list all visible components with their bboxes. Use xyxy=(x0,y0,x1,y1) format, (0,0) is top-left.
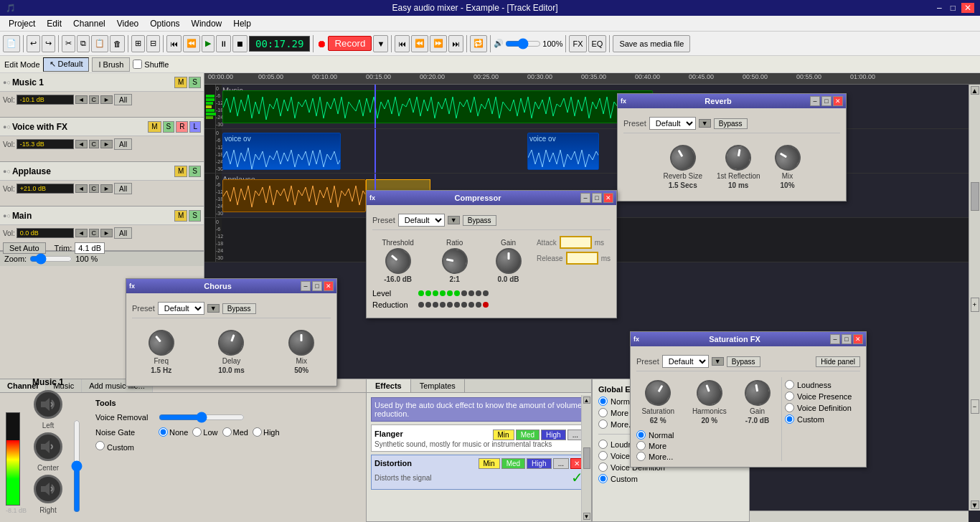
track3-all[interactable]: All xyxy=(114,183,132,194)
distortion-min-btn[interactable]: Min xyxy=(479,458,500,469)
sat-bypass[interactable]: Bypass xyxy=(727,356,760,367)
play-button[interactable]: ▶ xyxy=(202,35,215,52)
eq-button[interactable]: EQ xyxy=(588,35,607,52)
reverb-mix-knob[interactable] xyxy=(770,140,805,175)
reverb-bypass[interactable]: Bypass xyxy=(714,118,748,129)
global-voice-def-radio[interactable] xyxy=(598,462,608,472)
track4-pan-left[interactable]: ◄ xyxy=(75,229,88,237)
reverb-size-knob[interactable] xyxy=(665,140,700,175)
sat-more2-radio[interactable] xyxy=(636,452,646,461)
global-more2-radio[interactable] xyxy=(598,419,608,429)
reverb-preset-select[interactable]: Default xyxy=(649,117,696,130)
track2-pan-center[interactable]: C xyxy=(89,140,100,148)
chorus-preset-menu[interactable]: ▼ xyxy=(207,304,220,313)
scroll-down-arrow[interactable]: ▼ xyxy=(971,500,979,509)
comp-ratio-knob[interactable] xyxy=(440,246,470,276)
track4-expand[interactable]: ●○ xyxy=(3,212,11,219)
track4-solo[interactable]: S xyxy=(189,210,201,222)
noise-gate-none-radio[interactable] xyxy=(159,427,168,437)
chorus-bypass[interactable]: Bypass xyxy=(222,303,256,314)
rewind-start-button[interactable]: ⏮ xyxy=(166,35,182,52)
sat-minimize[interactable]: – xyxy=(830,334,840,344)
chorus-titlebar[interactable]: fx Chorus – □ ✕ xyxy=(126,279,336,293)
new-button[interactable]: 📄 xyxy=(3,35,20,52)
set-auto-button[interactable]: Set Auto xyxy=(3,242,46,254)
reverb-minimize[interactable]: – xyxy=(810,96,820,106)
comp-threshold-knob[interactable] xyxy=(380,243,416,280)
track2-all[interactable]: All xyxy=(114,138,132,150)
comp-attack-input[interactable]: 6.3 xyxy=(560,236,592,249)
undo-button[interactable]: ↩ xyxy=(27,35,40,52)
distortion-high-btn[interactable]: High xyxy=(527,458,552,469)
chorus-delay-knob[interactable] xyxy=(215,326,248,359)
noise-gate-med-radio[interactable] xyxy=(222,427,232,437)
fx-tab-effects[interactable]: Effects xyxy=(367,379,411,392)
track2-pan-left[interactable]: ◄ xyxy=(75,140,88,148)
scroll-zoom-minus[interactable]: − xyxy=(971,399,979,414)
track2-mute[interactable]: M xyxy=(148,121,161,133)
chorus-maximize[interactable]: □ xyxy=(312,281,322,291)
redo-button[interactable]: ↪ xyxy=(42,35,55,52)
sat-custom-radio[interactable] xyxy=(785,414,794,424)
global-more1-radio[interactable] xyxy=(598,408,608,417)
track3-expand[interactable]: ●○ xyxy=(3,168,11,175)
global-voice-pres-radio[interactable] xyxy=(598,451,608,460)
track2-r[interactable]: R xyxy=(176,121,188,133)
comp-gain-knob[interactable] xyxy=(496,248,522,274)
distortion-med-btn[interactable]: Med xyxy=(501,458,525,469)
menu-item-options[interactable]: Options xyxy=(144,17,185,30)
scroll-zoom-plus[interactable]: + xyxy=(971,298,979,312)
flanger-high-btn[interactable]: High xyxy=(541,430,566,440)
track2-l[interactable]: L xyxy=(189,121,201,133)
track4-pan-right[interactable]: ► xyxy=(100,229,113,237)
fx-tab-templates[interactable]: Templates xyxy=(411,379,465,392)
compressor-maximize[interactable]: □ xyxy=(592,193,602,203)
track3-waveform[interactable] xyxy=(222,179,366,212)
chorus-mix-knob[interactable] xyxy=(288,330,314,356)
flanger-min-btn[interactable]: Min xyxy=(493,430,514,440)
global-custom-radio[interactable] xyxy=(598,474,608,483)
sat-harmonics-knob[interactable] xyxy=(693,376,726,409)
track1-all[interactable]: All xyxy=(114,94,132,105)
menu-item-channel[interactable]: Channel xyxy=(67,17,111,30)
comp-preset-menu[interactable]: ▼ xyxy=(448,216,460,224)
distortion-more-btn[interactable]: ... xyxy=(553,458,569,469)
track2-expand[interactable]: ●○ xyxy=(3,123,11,130)
default-tool-button[interactable]: ↖ Default xyxy=(43,57,90,72)
track3-pan-left[interactable]: ◄ xyxy=(75,184,88,193)
delete-button[interactable]: 🗑 xyxy=(110,35,125,52)
track1-pan-center[interactable]: C xyxy=(89,95,100,104)
compressor-close[interactable]: ✕ xyxy=(603,193,613,203)
paste-button[interactable]: 📋 xyxy=(91,35,108,52)
fx-scroll-down[interactable]: ▼ xyxy=(583,513,590,520)
chorus-close[interactable]: ✕ xyxy=(324,281,334,291)
track1-pan-left[interactable]: ◄ xyxy=(75,95,88,104)
reverb-preset-menu[interactable]: ▼ xyxy=(699,119,711,128)
track2-waveform1[interactable]: voice ov xyxy=(222,133,341,170)
scroll-thumb-v[interactable] xyxy=(971,182,979,211)
next-track-button[interactable]: ⏭ xyxy=(448,35,463,52)
sat-more-radio[interactable] xyxy=(636,441,646,450)
chorus-freq-knob[interactable] xyxy=(143,325,179,361)
zoom-in-button[interactable]: ⊞ xyxy=(131,35,145,52)
voice-removal-slider[interactable] xyxy=(159,412,245,423)
reverb-reflection-knob[interactable] xyxy=(723,143,753,173)
pause-button[interactable]: ⏸ xyxy=(216,35,231,52)
cut-button[interactable]: ✂ xyxy=(62,35,75,52)
track4-pan-center[interactable]: C xyxy=(89,229,100,237)
prev-button[interactable]: ⏪ xyxy=(183,35,200,52)
fx-scroll-thumb[interactable] xyxy=(583,447,590,469)
compressor-minimize[interactable]: – xyxy=(580,193,590,203)
zoom-out-button[interactable]: ⊟ xyxy=(146,35,160,52)
track3-mute[interactable]: M xyxy=(174,166,187,177)
sat-voice-presence-radio[interactable] xyxy=(785,392,794,401)
loop-button[interactable]: 🔁 xyxy=(470,35,487,52)
track1-waveform[interactable] xyxy=(222,90,653,123)
sat-hide-panel[interactable]: Hide panel xyxy=(816,356,860,367)
sat-saturation-knob[interactable] xyxy=(641,375,676,410)
global-normal-radio[interactable] xyxy=(598,397,608,406)
menu-item-video[interactable]: Video xyxy=(111,17,144,30)
volume-slider[interactable] xyxy=(505,38,541,49)
rewind-button[interactable]: ⏪ xyxy=(411,35,428,52)
minimize-button[interactable]: – xyxy=(934,3,945,13)
